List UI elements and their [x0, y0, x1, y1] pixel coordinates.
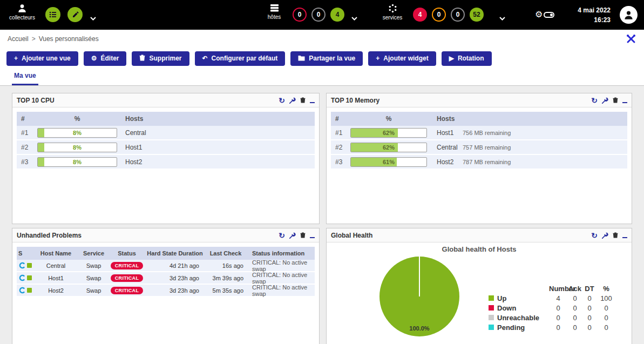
- centreon-logo-icon[interactable]: [18, 262, 25, 269]
- service-cell[interactable]: Swap: [79, 287, 109, 294]
- bar-percent-label: 61%: [350, 157, 427, 167]
- trash-icon[interactable]: [613, 97, 618, 103]
- host-cell[interactable]: Host2: [33, 287, 79, 294]
- time-label: 16:23: [567, 15, 611, 25]
- services-badges: 4 0 0 52: [413, 8, 484, 22]
- remaining-cell: 756 MB remaining: [463, 130, 511, 136]
- hosts-icon: [270, 4, 279, 12]
- host-cell: Central: [437, 144, 463, 151]
- hosts-label: hôtes: [268, 14, 281, 20]
- share-view-button[interactable]: Partager la vue: [290, 51, 363, 66]
- minimize-icon[interactable]: [310, 102, 315, 103]
- wrench-icon[interactable]: [602, 97, 608, 104]
- trash-icon[interactable]: [300, 97, 306, 103]
- hosts-unreachable-badge[interactable]: 0: [311, 8, 326, 22]
- minimize-icon[interactable]: [622, 237, 627, 238]
- set-default-button[interactable]: ↶ Configurer par défaut: [195, 51, 286, 66]
- collecteurs-menu[interactable]: collecteurs: [6, 0, 38, 21]
- state-header: S: [17, 250, 33, 257]
- breadcrumb-home[interactable]: Accueil: [8, 35, 29, 43]
- hosts-up-badge[interactable]: 4: [330, 8, 344, 22]
- centreon-logo-icon[interactable]: [18, 274, 25, 281]
- table-row: #3 61% Host2 787 MB remaining: [331, 155, 627, 170]
- host-cell: Host2: [125, 158, 315, 166]
- widget-body: S Host Name Service Status Hard State Du…: [12, 242, 319, 301]
- view-tabs: Ma vue: [0, 69, 644, 86]
- topbar-right-group: ⚙ 4 mai 2022 16:23: [525, 0, 639, 30]
- poller-list-icon[interactable]: [45, 7, 60, 22]
- centreon-logo-icon[interactable]: [18, 287, 25, 294]
- rotation-button[interactable]: ▶ Rotation: [442, 51, 492, 66]
- edit-view-button[interactable]: ⚙ Éditer: [84, 51, 127, 66]
- legend-label: Up: [489, 294, 549, 302]
- refresh-icon[interactable]: ↻: [279, 232, 285, 239]
- chevron-down-icon[interactable]: [499, 13, 505, 23]
- chart-title: Global health of Hosts: [327, 242, 632, 253]
- hosts-menu[interactable]: hôtes: [263, 0, 285, 20]
- host-cell[interactable]: Host1: [33, 275, 79, 281]
- folder-icon: [298, 55, 305, 62]
- bar-percent-label: 8%: [37, 128, 117, 138]
- legend-ack: 0: [567, 304, 582, 312]
- chevron-down-icon[interactable]: [351, 13, 357, 23]
- host-cell[interactable]: Central: [33, 262, 79, 269]
- minimize-icon[interactable]: [622, 102, 627, 103]
- chevron-down-icon[interactable]: [90, 13, 96, 23]
- services-warning-badge[interactable]: 0: [432, 8, 446, 22]
- info-cell: CRITICAL: No active swap: [247, 259, 315, 272]
- delete-view-button[interactable]: Supprimer: [132, 51, 189, 66]
- status-badge: CRITICAL: [111, 262, 143, 269]
- export-config-icon[interactable]: [67, 7, 83, 22]
- services-ok-badge[interactable]: 52: [470, 8, 484, 22]
- service-cell[interactable]: Swap: [79, 275, 109, 281]
- table-row: #1 62% Host1 756 MB remaining: [331, 126, 627, 140]
- trash-icon[interactable]: [613, 232, 618, 238]
- refresh-icon[interactable]: ↻: [591, 97, 598, 104]
- legend-row-up: Up 4 0 0 100: [489, 293, 616, 303]
- services-status-group: services 4 0 0 52: [381, 0, 516, 30]
- rank-cell: #2: [17, 144, 37, 151]
- user-avatar[interactable]: [620, 6, 638, 24]
- widget-top10-memory: TOP 10 Memory ↻ # % Hosts #1 62% Host1: [326, 93, 632, 224]
- remaining-cell: 757 MB remaining: [463, 144, 511, 151]
- bar-percent-label: 62%: [350, 143, 427, 152]
- top-bar: collecteurs hôtes 0 0 4: [0, 0, 644, 30]
- host-up-square-icon: [27, 275, 32, 280]
- duration-cell: 3d 23h ago: [145, 287, 205, 294]
- service-header: Service: [79, 250, 109, 257]
- table-row: Central Swap CRITICAL 4d 21h ago 16s ago…: [17, 260, 315, 272]
- service-cell[interactable]: Swap: [79, 262, 109, 269]
- table-row: #2 8% Host1: [17, 140, 315, 155]
- minimize-icon[interactable]: [310, 237, 315, 238]
- wrench-icon[interactable]: [289, 232, 296, 239]
- services-unknown-badge[interactable]: 0: [451, 8, 465, 22]
- add-view-button[interactable]: + Ajouter une vue: [6, 51, 78, 66]
- tab-ma-vue[interactable]: Ma vue: [12, 72, 38, 85]
- legend-text: Pending: [497, 323, 525, 332]
- services-critical-badge[interactable]: 4: [413, 8, 427, 22]
- services-menu[interactable]: services: [381, 0, 404, 21]
- refresh-icon[interactable]: ↻: [279, 97, 285, 104]
- hosts-badges: 0 0 4: [293, 8, 344, 22]
- legend-dt: 0: [582, 323, 596, 332]
- hostname-header: Host Name: [33, 250, 79, 257]
- hosts-down-badge[interactable]: 0: [293, 8, 307, 22]
- pencil-icon: [71, 11, 79, 19]
- tools-icon[interactable]: [626, 33, 636, 44]
- settings-toggle-icon[interactable]: ⚙: [535, 10, 554, 19]
- edit-view-label: Éditer: [100, 55, 119, 62]
- gear-icon: ⚙: [535, 10, 543, 19]
- add-widget-button[interactable]: + Ajouter widget: [368, 51, 436, 66]
- wrench-icon[interactable]: [602, 232, 608, 239]
- trash-icon[interactable]: [300, 232, 306, 238]
- legend-number: 0: [549, 314, 567, 322]
- status-header: Status: [109, 250, 145, 257]
- legend-label: Unreachable: [489, 314, 549, 322]
- refresh-icon[interactable]: ↻: [591, 232, 598, 239]
- rank-cell: #3: [331, 158, 350, 166]
- widget-header: Global Health ↻: [327, 228, 632, 242]
- legend-text: Unreachable: [497, 314, 539, 322]
- wrench-icon[interactable]: [289, 97, 296, 104]
- widget-title: Unhandled Problems: [17, 232, 82, 239]
- table-header: S Host Name Service Status Hard State Du…: [17, 247, 315, 260]
